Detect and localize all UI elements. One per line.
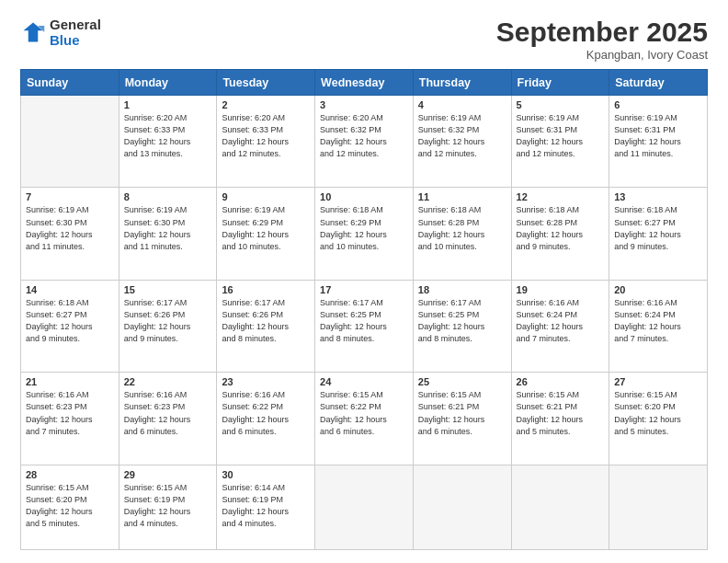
day-info: Sunrise: 6:17 AM Sunset: 6:25 PM Dayligh… [418, 297, 506, 345]
day-number: 28 [26, 469, 114, 480]
day-info: Sunrise: 6:16 AM Sunset: 6:23 PM Dayligh… [26, 389, 114, 437]
day-number: 5 [517, 99, 605, 110]
day-number: 16 [222, 284, 310, 295]
day-number: 20 [614, 284, 702, 295]
day-number: 4 [418, 99, 506, 110]
day-number: 17 [320, 284, 408, 295]
day-info: Sunrise: 6:20 AM Sunset: 6:32 PM Dayligh… [320, 112, 408, 160]
day-number: 30 [222, 469, 310, 480]
day-info: Sunrise: 6:16 AM Sunset: 6:24 PM Dayligh… [517, 297, 605, 345]
title-block: September 2025 Kpangban, Ivory Coast [496, 17, 708, 62]
logo-text: General Blue [50, 17, 101, 49]
weekday-header-monday: Monday [119, 70, 217, 96]
day-info: Sunrise: 6:14 AM Sunset: 6:19 PM Dayligh… [222, 482, 310, 530]
day-number: 9 [222, 191, 310, 202]
day-info: Sunrise: 6:15 AM Sunset: 6:21 PM Dayligh… [418, 389, 506, 437]
calendar-cell: 4Sunrise: 6:19 AM Sunset: 6:32 PM Daylig… [413, 96, 511, 188]
svg-marker-0 [24, 23, 43, 42]
calendar-week-2: 7Sunrise: 6:19 AM Sunset: 6:30 PM Daylig… [21, 188, 708, 280]
calendar-table: SundayMondayTuesdayWednesdayThursdayFrid… [20, 69, 708, 550]
calendar-cell: 1Sunrise: 6:20 AM Sunset: 6:33 PM Daylig… [119, 96, 217, 188]
day-info: Sunrise: 6:18 AM Sunset: 6:28 PM Dayligh… [517, 204, 605, 252]
day-number: 13 [614, 191, 702, 202]
day-number: 1 [124, 99, 212, 110]
day-info: Sunrise: 6:15 AM Sunset: 6:19 PM Dayligh… [124, 482, 212, 530]
calendar-cell: 20Sunrise: 6:16 AM Sunset: 6:24 PM Dayli… [609, 280, 708, 372]
calendar-cell: 12Sunrise: 6:18 AM Sunset: 6:28 PM Dayli… [511, 188, 609, 280]
day-number: 7 [26, 191, 114, 202]
day-info: Sunrise: 6:17 AM Sunset: 6:26 PM Dayligh… [124, 297, 212, 345]
location: Kpangban, Ivory Coast [496, 48, 708, 62]
logo: General Blue [20, 17, 101, 49]
calendar-cell: 10Sunrise: 6:18 AM Sunset: 6:29 PM Dayli… [315, 188, 414, 280]
calendar-cell: 24Sunrise: 6:15 AM Sunset: 6:22 PM Dayli… [315, 373, 414, 465]
day-info: Sunrise: 6:16 AM Sunset: 6:24 PM Dayligh… [614, 297, 702, 345]
day-number: 27 [614, 376, 702, 387]
calendar-cell [413, 465, 511, 549]
calendar-cell: 9Sunrise: 6:19 AM Sunset: 6:29 PM Daylig… [217, 188, 315, 280]
day-info: Sunrise: 6:20 AM Sunset: 6:33 PM Dayligh… [222, 112, 310, 160]
day-info: Sunrise: 6:18 AM Sunset: 6:27 PM Dayligh… [26, 297, 114, 345]
calendar-week-4: 21Sunrise: 6:16 AM Sunset: 6:23 PM Dayli… [21, 373, 708, 465]
logo-blue: Blue [50, 32, 80, 48]
day-number: 29 [124, 469, 212, 480]
day-info: Sunrise: 6:17 AM Sunset: 6:25 PM Dayligh… [320, 297, 408, 345]
day-info: Sunrise: 6:19 AM Sunset: 6:29 PM Dayligh… [222, 204, 310, 252]
weekday-header-saturday: Saturday [609, 70, 708, 96]
day-number: 26 [517, 376, 605, 387]
day-number: 24 [320, 376, 408, 387]
calendar-cell: 23Sunrise: 6:16 AM Sunset: 6:22 PM Dayli… [217, 373, 315, 465]
calendar-cell: 22Sunrise: 6:16 AM Sunset: 6:23 PM Dayli… [119, 373, 217, 465]
calendar-cell: 11Sunrise: 6:18 AM Sunset: 6:28 PM Dayli… [413, 188, 511, 280]
calendar-cell: 30Sunrise: 6:14 AM Sunset: 6:19 PM Dayli… [217, 465, 315, 549]
day-info: Sunrise: 6:18 AM Sunset: 6:28 PM Dayligh… [418, 204, 506, 252]
day-info: Sunrise: 6:17 AM Sunset: 6:26 PM Dayligh… [222, 297, 310, 345]
calendar-cell: 14Sunrise: 6:18 AM Sunset: 6:27 PM Dayli… [21, 280, 119, 372]
header: General Blue September 2025 Kpangban, Iv… [20, 17, 708, 62]
day-info: Sunrise: 6:15 AM Sunset: 6:20 PM Dayligh… [26, 482, 114, 530]
weekday-header-sunday: Sunday [21, 70, 119, 96]
day-info: Sunrise: 6:16 AM Sunset: 6:22 PM Dayligh… [222, 389, 310, 437]
day-info: Sunrise: 6:15 AM Sunset: 6:20 PM Dayligh… [614, 389, 702, 437]
day-number: 11 [418, 191, 506, 202]
calendar-cell: 13Sunrise: 6:18 AM Sunset: 6:27 PM Dayli… [609, 188, 708, 280]
calendar-cell [609, 465, 708, 549]
weekday-header-wednesday: Wednesday [315, 70, 414, 96]
calendar-cell: 18Sunrise: 6:17 AM Sunset: 6:25 PM Dayli… [413, 280, 511, 372]
day-info: Sunrise: 6:19 AM Sunset: 6:32 PM Dayligh… [418, 112, 506, 160]
calendar-cell: 29Sunrise: 6:15 AM Sunset: 6:19 PM Dayli… [119, 465, 217, 549]
day-number: 15 [124, 284, 212, 295]
calendar-cell: 21Sunrise: 6:16 AM Sunset: 6:23 PM Dayli… [21, 373, 119, 465]
day-number: 10 [320, 191, 408, 202]
calendar-cell [511, 465, 609, 549]
calendar-cell: 15Sunrise: 6:17 AM Sunset: 6:26 PM Dayli… [119, 280, 217, 372]
calendar-week-3: 14Sunrise: 6:18 AM Sunset: 6:27 PM Dayli… [21, 280, 708, 372]
calendar-cell: 25Sunrise: 6:15 AM Sunset: 6:21 PM Dayli… [413, 373, 511, 465]
day-number: 25 [418, 376, 506, 387]
day-info: Sunrise: 6:19 AM Sunset: 6:30 PM Dayligh… [124, 204, 212, 252]
calendar-cell: 2Sunrise: 6:20 AM Sunset: 6:33 PM Daylig… [217, 96, 315, 188]
logo-general: General [50, 17, 101, 32]
weekday-header-thursday: Thursday [413, 70, 511, 96]
calendar-cell: 16Sunrise: 6:17 AM Sunset: 6:26 PM Dayli… [217, 280, 315, 372]
calendar-cell: 28Sunrise: 6:15 AM Sunset: 6:20 PM Dayli… [21, 465, 119, 549]
day-info: Sunrise: 6:18 AM Sunset: 6:27 PM Dayligh… [614, 204, 702, 252]
day-number: 8 [124, 191, 212, 202]
day-info: Sunrise: 6:16 AM Sunset: 6:23 PM Dayligh… [124, 389, 212, 437]
day-number: 12 [517, 191, 605, 202]
day-info: Sunrise: 6:15 AM Sunset: 6:22 PM Dayligh… [320, 389, 408, 437]
day-info: Sunrise: 6:19 AM Sunset: 6:31 PM Dayligh… [517, 112, 605, 160]
day-number: 6 [614, 99, 702, 110]
calendar-week-1: 1Sunrise: 6:20 AM Sunset: 6:33 PM Daylig… [21, 96, 708, 188]
weekday-header-row: SundayMondayTuesdayWednesdayThursdayFrid… [21, 70, 708, 96]
calendar-cell [315, 465, 414, 549]
page: General Blue September 2025 Kpangban, Iv… [0, 0, 728, 563]
calendar-cell: 26Sunrise: 6:15 AM Sunset: 6:21 PM Dayli… [511, 373, 609, 465]
calendar-week-5: 28Sunrise: 6:15 AM Sunset: 6:20 PM Dayli… [21, 465, 708, 549]
day-number: 19 [517, 284, 605, 295]
day-number: 14 [26, 284, 114, 295]
day-number: 18 [418, 284, 506, 295]
day-number: 3 [320, 99, 408, 110]
day-number: 2 [222, 99, 310, 110]
calendar-cell [21, 96, 119, 188]
